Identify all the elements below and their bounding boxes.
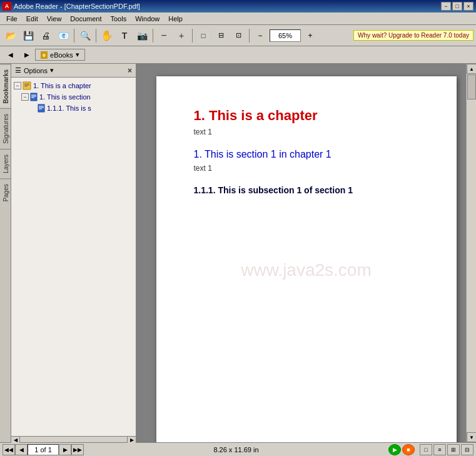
first-page-button[interactable]: ◀◀ <box>3 444 15 455</box>
tab-pages[interactable]: Pages <box>0 178 11 206</box>
continuous-view-button[interactable]: ≡ <box>433 444 446 455</box>
scroll-up-button[interactable]: ▲ <box>467 64 476 74</box>
menu-document[interactable]: Document <box>66 14 105 24</box>
next-page-button[interactable]: ▶ <box>59 444 71 455</box>
pdf-section-heading: 1. This is section 1 in chapter 1 <box>194 149 425 160</box>
ebooks-icon: e <box>41 51 48 59</box>
bookmarks-tree: − 1. This is a chapter − <box>11 78 136 436</box>
pdf-chapter-text: text 1 <box>194 128 425 136</box>
separator <box>74 29 74 43</box>
hand-tool[interactable]: ✋ <box>99 28 115 44</box>
fit-width-button[interactable]: ⊟ <box>213 28 229 44</box>
tab-layers[interactable]: Layers <box>0 149 11 178</box>
view-buttons: □ ≡ ⊞ ⊟ <box>417 444 476 455</box>
print-button[interactable]: 🖨 <box>38 28 54 44</box>
options-arrow-icon: ▾ <box>50 66 54 74</box>
page-navigation: ◀◀ ◀ ▶ ▶▶ <box>0 444 86 455</box>
snapshot-tool[interactable]: 📷 <box>134 28 150 44</box>
ebooks-label: eBooks <box>50 51 73 59</box>
title-bar: A Adobe Reader - [ChapterSectionPDF.pdf]… <box>0 0 476 13</box>
chapter-label: 1. This is a chapter <box>33 82 91 89</box>
section-label: 1. This is section <box>39 93 91 101</box>
text-tool[interactable]: T <box>116 28 133 44</box>
separator3 <box>153 29 153 43</box>
section-bookmark-icon <box>30 93 38 101</box>
panel-options-button[interactable]: ☰ Options ▾ <box>15 66 54 74</box>
fit-page-button[interactable]: □ <box>195 28 211 44</box>
hscroll-track <box>20 437 127 442</box>
title-bar-text: Adobe Reader - [ChapterSectionPDF.pdf] <box>14 3 140 10</box>
email-button[interactable]: 📧 <box>55 28 71 44</box>
zoom-out-small[interactable]: − <box>252 28 268 44</box>
actual-size-button[interactable]: ⊡ <box>230 28 246 44</box>
continuous-facing-view-button[interactable]: ⊟ <box>461 444 473 455</box>
pdf-watermark: www.java2s.com <box>241 260 372 280</box>
pdf-chapter-heading: 1. This is a chapter <box>194 108 425 124</box>
menu-bar: File Edit View Document Tools Window Hel… <box>0 13 476 25</box>
stop-button[interactable]: ■ <box>402 444 415 455</box>
options-label: Options <box>24 67 48 74</box>
pdf-subsection-heading: 1.1.1. This is subsection 1 of section 1 <box>194 185 425 195</box>
scroll-track <box>467 74 476 432</box>
svg-rect-8 <box>38 104 44 112</box>
toolbar: 📂 💾 🖨 📧 🔍 ✋ T 📷 − + □ ⊟ ⊡ − 65% + Why wa… <box>0 25 476 46</box>
pdf-page: 1. This is a chapter text 1 1. This is s… <box>156 76 457 442</box>
restore-button[interactable]: □ <box>452 2 462 11</box>
zoom-out-button[interactable]: − <box>156 28 172 44</box>
status-bar: ◀◀ ◀ ▶ ▶▶ 8.26 x 11.69 in ▶ ■ □ ≡ ⊞ ⊟ <box>0 442 476 456</box>
separator2 <box>96 29 96 43</box>
expand-chapter-icon[interactable]: − <box>14 82 21 89</box>
prev-page-button[interactable]: ◀ <box>15 444 28 455</box>
menu-view[interactable]: View <box>43 14 66 24</box>
right-scrollbar: ▲ ▼ <box>466 64 476 442</box>
save-button[interactable]: 💾 <box>20 28 36 44</box>
back-button[interactable]: ◀ <box>3 47 19 63</box>
zoom-in-small[interactable]: + <box>302 28 318 44</box>
page-input[interactable] <box>28 444 59 455</box>
zoom-input[interactable]: 65% <box>270 29 301 42</box>
minimize-button[interactable]: − <box>441 2 451 11</box>
scroll-thumb[interactable] <box>467 74 476 99</box>
menu-file[interactable]: File <box>3 14 21 24</box>
panel-header: ☰ Options ▾ × <box>11 64 136 78</box>
search-button[interactable]: 🔍 <box>77 28 93 44</box>
facing-view-button[interactable]: ⊞ <box>447 444 460 455</box>
single-page-view-button[interactable]: □ <box>420 444 432 455</box>
scroll-down-button[interactable]: ▼ <box>467 432 476 442</box>
main-area: Bookmarks Signatures Layers Pages ☰ Opti… <box>0 64 476 442</box>
menu-window[interactable]: Window <box>131 14 163 24</box>
tree-item-chapter[interactable]: − 1. This is a chapter <box>13 80 134 91</box>
pdf-section-text: text 1 <box>194 164 425 173</box>
last-page-button[interactable]: ▶▶ <box>71 444 84 455</box>
hscroll-right-btn[interactable]: ▶ <box>127 437 136 443</box>
separator5 <box>249 29 250 43</box>
menu-edit[interactable]: Edit <box>23 14 42 24</box>
forward-button[interactable]: ▶ <box>19 47 35 63</box>
expand-section-icon[interactable]: − <box>21 93 29 101</box>
ebooks-button[interactable]: e eBooks ▾ <box>35 49 85 61</box>
open-button[interactable]: 📂 <box>3 28 19 44</box>
tab-signatures[interactable]: Signatures <box>0 108 11 149</box>
left-tabs: Bookmarks Signatures Layers Pages <box>0 64 11 442</box>
pdf-viewer: 1. This is a chapter text 1 1. This is s… <box>136 64 476 442</box>
play-button[interactable]: ▶ <box>388 444 401 455</box>
hscroll-left-btn[interactable]: ◀ <box>11 437 20 443</box>
page-dimensions: 8.26 x 11.69 in <box>86 446 386 453</box>
zoom-in-button[interactable]: + <box>173 28 190 44</box>
ebooks-dropdown-icon: ▾ <box>76 51 79 59</box>
menu-tools[interactable]: Tools <box>107 14 131 24</box>
separator4 <box>192 29 193 43</box>
bookmarks-panel: ☰ Options ▾ × − 1. This is a chapter <box>11 64 136 442</box>
promo-banner[interactable]: Why wait? Upgrade to Reader 7.0 today <box>353 30 473 41</box>
options-icon: ☰ <box>15 66 21 74</box>
panel-close-button[interactable]: × <box>128 66 132 75</box>
status-right: ▶ ■ <box>386 444 417 455</box>
svg-rect-4 <box>31 93 37 101</box>
tab-bookmarks[interactable]: Bookmarks <box>0 64 11 108</box>
close-button[interactable]: × <box>463 2 473 11</box>
tree-item-subsection[interactable]: 1.1.1. This is s <box>30 103 134 114</box>
tree-item-section[interactable]: − 1. This is section <box>21 91 134 103</box>
app-icon: A <box>3 2 11 11</box>
menu-help[interactable]: Help <box>165 14 186 24</box>
pdf-scroll-area: 1. This is a chapter text 1 1. This is s… <box>136 64 476 442</box>
